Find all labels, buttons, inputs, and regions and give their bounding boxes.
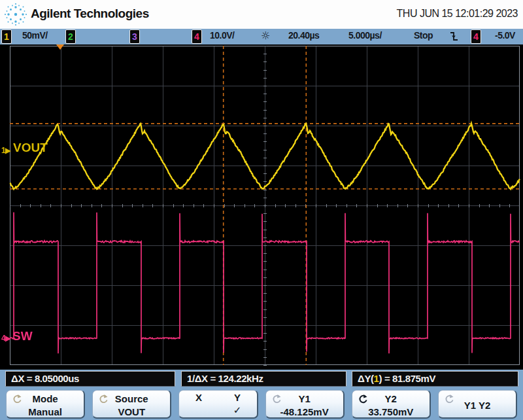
rotary-knob-icon [271, 394, 282, 404]
mode-softkey[interactable]: Mode Manual [6, 390, 85, 419]
channel-1-scale: 50mV/ [22, 30, 48, 41]
xy-select-softkey[interactable]: X Y✓ [178, 390, 258, 419]
rotary-knob-icon [443, 394, 455, 404]
y1-softkey[interactable]: Y1 -48.125mV [265, 390, 345, 419]
channel-4-ground-marker[interactable]: 4▶ [1, 334, 10, 343]
channel-1-label: VOUT [13, 141, 48, 155]
delta-y-channel: 1 [374, 373, 379, 384]
time-reference-marker-icon[interactable] [56, 44, 64, 50]
channel-3-badge[interactable]: 3 [129, 29, 140, 44]
channel-4-badge[interactable]: 4 [192, 29, 202, 44]
source-value: VOUT [93, 406, 170, 419]
brightness-icon: ☼ [261, 29, 270, 42]
source-softkey[interactable]: Source VOUT [92, 390, 171, 419]
waveform-display-area: 1▶ VOUT 4▶ SW [0, 44, 523, 370]
rotary-knob-icon [11, 394, 23, 404]
delta-y-suffix: ) = 81.875mV [379, 373, 436, 384]
softkey-row: Mode Manual Source VOUT X Y✓ [0, 389, 523, 420]
y2-value: 33.750mV [352, 406, 430, 419]
delta-y-prefix: ΔY( [358, 373, 374, 384]
trigger-source-badge[interactable]: 4 [471, 29, 481, 44]
mode-value: Manual [7, 406, 84, 419]
datetime-display: THU JUN 15 12:01:29 2023 [397, 8, 518, 20]
inverse-delta-x-readout: 1/ΔX = 124.22kHz [181, 371, 346, 387]
x-option-label[interactable]: X [179, 392, 218, 403]
brand-title: Agilent Technologies [31, 7, 149, 21]
delta-x-readout: ΔX = 8.05000us [5, 371, 175, 387]
channel-2-badge[interactable]: 2 [65, 29, 76, 44]
delay-readout: 20.40µs [288, 30, 319, 41]
trigger-level-readout: -5.0V [495, 30, 515, 41]
oscilloscope-screen: Agilent Technologies THU JUN 15 12:01:29… [0, 0, 523, 420]
acquisition-state: Stop [414, 30, 433, 41]
check-icon: ✓ [218, 404, 256, 416]
bottom-panel: ΔX = 8.05000us 1/ΔX = 124.22kHz ΔY(1) = … [0, 370, 523, 420]
channel-4-scale: 10.0V/ [210, 30, 234, 41]
agilent-spark-logo [3, 2, 28, 27]
trigger-edge-icon [450, 31, 458, 41]
rotary-knob-icon [357, 394, 369, 404]
channel-1-ground-marker[interactable]: 1▶ [1, 146, 10, 155]
channel-4-label: SW [12, 329, 33, 343]
delta-y-readout: ΔY(1) = 81.875mV [352, 371, 518, 387]
status-toolbar: 1 50mV/ 2 3 4 10.0V/ ☼ 20.40µs 5.000µs/ … [0, 29, 523, 46]
y1y2-softkey[interactable]: Y1 Y2 [438, 390, 517, 419]
waveform-canvas [0, 44, 523, 370]
timebase-readout: 5.000µs/ [348, 30, 382, 41]
y-option-label[interactable]: Y [218, 392, 256, 403]
header-bar: Agilent Technologies THU JUN 15 12:01:29… [0, 0, 523, 29]
y2-softkey[interactable]: Y2 33.750mV [352, 390, 431, 419]
y1-value: -48.125mV [266, 406, 343, 419]
channel-1-badge[interactable]: 1 [1, 29, 12, 44]
rotary-knob-icon [97, 394, 109, 404]
